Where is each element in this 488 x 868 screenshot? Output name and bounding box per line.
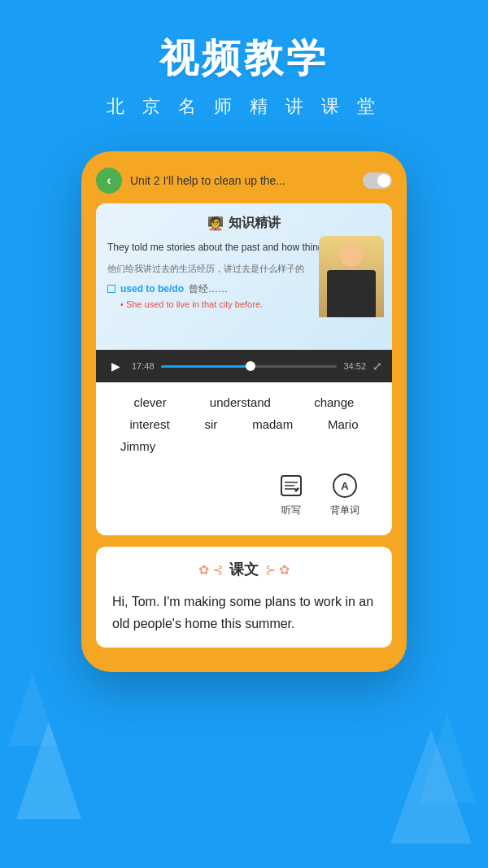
total-time: 34:52 [343,361,366,371]
deco-left: ✿ ⊰ [198,562,223,578]
course-text-content: Hi, Tom. I'm making some plans to work i… [112,591,376,635]
progress-thumb [246,361,255,371]
word-mario[interactable]: Mario [328,417,359,431]
word-row-1: clever understand change [112,395,376,409]
dictation-button[interactable]: 听写 [277,471,306,517]
fullscreen-button[interactable]: ⤢ [373,360,382,373]
video-card: 🧑‍🏫 知识精讲 They told me stories about the … [96,203,392,535]
teacher-head [339,242,364,267]
section-icon: 🧑‍🏫 [207,216,224,231]
word-list: clever understand change interest sir ma… [96,382,392,535]
memorize-label: 背单词 [330,504,359,517]
page-title: 视频教学 [16,33,472,85]
video-content-area: 🧑‍🏫 知识精讲 They told me stories about the … [96,203,392,350]
teacher-body [327,270,376,317]
phone-mockup: ‹ Unit 2 I'll help to clean up the... 🧑‍… [81,151,407,672]
course-card: ✿ ⊰ 课文 ⊱ ✿ Hi, Tom. I'm making some plan… [96,547,392,648]
current-time: 17:48 [132,361,155,371]
progress-bar[interactable] [161,365,338,368]
phone-container: ‹ Unit 2 I'll help to clean up the... 🧑‍… [0,151,488,672]
progress-fill [161,365,251,368]
toggle-switch[interactable] [363,172,392,189]
back-icon: ‹ [107,173,111,188]
phone-topbar: ‹ Unit 2 I'll help to clean up the... [96,168,392,194]
phrase-meaning: 曾经…… [189,282,228,296]
word-jimmy[interactable]: Jimmy [120,439,155,453]
word-understand[interactable]: understand [210,395,271,409]
arrow-right-decor [419,713,476,803]
memorize-icon: A [330,471,359,500]
memorize-button[interactable]: A 背单词 [330,471,359,517]
action-row: 听写 A 背单词 [112,461,376,522]
course-card-title: 课文 [229,560,259,579]
section-title: 知识精讲 [229,215,281,232]
svg-text:A: A [341,480,349,492]
page-header: 视频教学 北 京 名 师 精 讲 课 堂 [0,0,488,143]
play-button[interactable]: ▶ [106,356,125,376]
svg-marker-1 [419,713,476,803]
back-button[interactable]: ‹ [96,168,122,194]
course-card-header: ✿ ⊰ 课文 ⊱ ✿ [112,560,376,579]
word-row-3: Jimmy [112,439,376,453]
word-clever[interactable]: clever [134,395,167,409]
phrase-box-icon [107,285,115,293]
svg-marker-0 [8,673,57,746]
phrase-text: used to be/do [120,283,184,294]
dictation-label: 听写 [281,504,301,517]
word-change[interactable]: change [314,395,354,409]
video-controls: ▶ 17:48 34:52 ⤢ [96,350,392,382]
teacher-figure [319,236,384,317]
page-subtitle: 北 京 名 师 精 讲 课 堂 [16,94,472,119]
word-row-2: interest sir madam Mario [112,417,376,431]
word-madam[interactable]: madam [252,417,293,431]
word-interest[interactable]: interest [129,417,169,431]
dictation-icon [277,471,306,500]
arrow-left-decor [8,673,57,746]
deco-right: ⊱ ✿ [265,562,290,578]
video-section-header: 🧑‍🏫 知识精讲 [107,215,381,232]
word-sir[interactable]: sir [204,417,217,431]
lesson-title: Unit 2 I'll help to clean up the... [130,174,355,187]
